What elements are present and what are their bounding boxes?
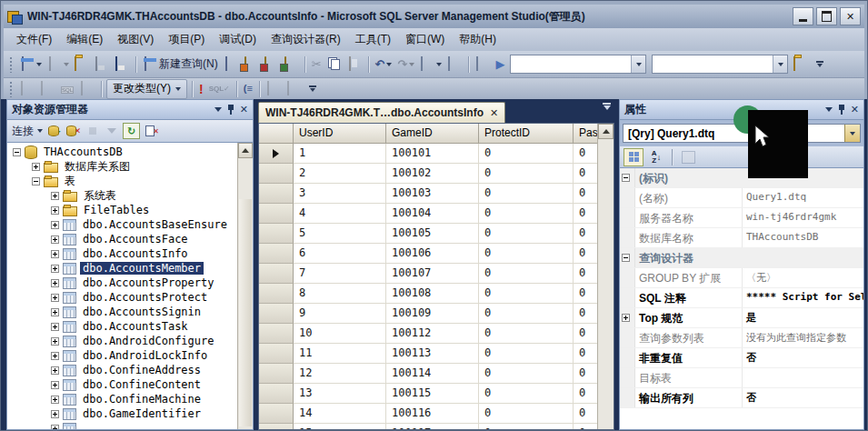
row-selector[interactable] xyxy=(259,324,294,344)
verify-sql-button[interactable]: SQL✓ xyxy=(207,79,232,99)
tree-item[interactable]: dbo.AndroidConfigure xyxy=(7,334,237,348)
grid-cell[interactable]: 0 xyxy=(574,164,597,184)
tree-expander-icon[interactable] xyxy=(51,323,59,331)
grid-cell[interactable]: 7 xyxy=(294,264,386,284)
row-selector[interactable] xyxy=(259,164,294,184)
property-category-row[interactable]: 查询设计器 xyxy=(620,248,863,268)
grid-cell[interactable]: 0 xyxy=(479,264,574,284)
menu-item[interactable]: 编辑(E) xyxy=(59,29,110,50)
tree-item[interactable]: 表 xyxy=(7,174,237,188)
tree-expander-icon[interactable] xyxy=(13,148,21,156)
grid-cell[interactable]: 0 xyxy=(574,264,597,284)
add-group-by-button[interactable] xyxy=(284,79,303,99)
property-row[interactable]: 数据库名称THAccountsDB xyxy=(620,228,863,248)
tree-item[interactable]: 系统表 xyxy=(7,188,237,203)
grid-cell[interactable]: 1 xyxy=(294,144,386,164)
grid-cell[interactable]: 0 xyxy=(574,284,597,304)
toolbar-combo-1[interactable] xyxy=(510,55,646,74)
tree-item[interactable]: FileTables xyxy=(7,203,237,217)
grid-cell[interactable]: 100117 xyxy=(386,424,479,429)
grid-cell[interactable]: 100115 xyxy=(386,384,479,404)
row-selector[interactable] xyxy=(259,244,294,264)
tree-item[interactable]: dbo.GameIdentifier xyxy=(7,406,237,421)
grid-cell[interactable]: 100113 xyxy=(386,344,479,364)
row-selector[interactable] xyxy=(259,204,294,224)
row-selector[interactable] xyxy=(259,424,294,429)
grid-cell[interactable]: 5 xyxy=(294,224,386,244)
document-tab[interactable]: WIN-TJ46RDR4GMK.T…dbo.AccountsInfo ✕ xyxy=(258,102,505,123)
open-folder-button[interactable] xyxy=(792,55,810,75)
window-layout2-button[interactable] xyxy=(445,55,464,75)
tree-expander-icon[interactable] xyxy=(51,337,59,346)
menu-item[interactable]: 文件(F) xyxy=(9,29,59,50)
property-row[interactable]: 非重复值否 xyxy=(620,348,863,368)
row-selector[interactable] xyxy=(259,404,294,424)
row-selector[interactable] xyxy=(259,264,294,284)
row-selector[interactable] xyxy=(259,284,294,304)
open-file-button[interactable] xyxy=(73,55,91,75)
tree-expander-icon[interactable] xyxy=(51,396,59,404)
auto-hide-pin-icon[interactable] xyxy=(838,105,845,115)
grid-cell[interactable]: 0 xyxy=(479,304,574,324)
tab-overflow-button[interactable] xyxy=(603,103,611,110)
toolbar-overflow-button[interactable] xyxy=(813,61,826,67)
grid-cell[interactable]: 14 xyxy=(294,404,386,424)
grid-cell[interactable]: 0 xyxy=(479,284,574,304)
tree-item[interactable]: dbo.AccountsBaseEnsure xyxy=(7,217,237,232)
grid-cell[interactable]: 0 xyxy=(479,244,574,264)
execute-button[interactable]: ! xyxy=(197,79,205,99)
grid-column-header[interactable]: Pass xyxy=(574,124,597,144)
property-category-row[interactable]: (标识) xyxy=(620,168,863,188)
tree-item[interactable]: dbo.ConfineMachine xyxy=(7,392,237,406)
connect-button[interactable]: 连接 xyxy=(12,124,43,139)
property-row[interactable]: 目标表 xyxy=(620,368,863,388)
row-selector[interactable] xyxy=(259,224,294,244)
toolbar-grip[interactable] xyxy=(9,81,14,97)
row-selector[interactable] xyxy=(259,304,294,324)
grid-cell[interactable]: 4 xyxy=(294,204,386,224)
grid-cell[interactable]: 0 xyxy=(479,164,574,184)
category-expander-icon[interactable] xyxy=(622,254,630,262)
close-panel-icon[interactable]: ✕ xyxy=(851,105,859,115)
window-position-icon[interactable] xyxy=(215,107,222,112)
grid-cell[interactable]: 6 xyxy=(294,244,386,264)
cut-button[interactable]: ✂ xyxy=(310,55,324,75)
filter-icon[interactable] xyxy=(104,124,119,138)
property-value[interactable]: 〈无〉 xyxy=(743,268,863,287)
tree-expander-icon[interactable] xyxy=(51,381,59,389)
tree-expander-icon[interactable] xyxy=(51,366,59,375)
tree-expander-icon[interactable] xyxy=(51,308,59,316)
grid-cell[interactable]: 100102 xyxy=(386,164,479,184)
stop-icon[interactable] xyxy=(85,124,100,138)
save-all-button[interactable] xyxy=(113,55,131,75)
alphabetical-sort-button[interactable]: AZ↓ xyxy=(647,149,665,165)
row-selector[interactable] xyxy=(259,384,294,404)
property-row[interactable]: 输出所有列否 xyxy=(620,388,863,408)
property-value[interactable]: ***** Script for Sele xyxy=(743,288,863,307)
grid-cell[interactable]: 15 xyxy=(294,424,386,429)
show-sql-pane-button[interactable]: SQL xyxy=(58,79,76,99)
grid-cell[interactable]: 0 xyxy=(479,184,574,204)
new-item-button[interactable] xyxy=(18,55,44,75)
property-row[interactable]: 查询参数列表没有为此查询指定参数 xyxy=(620,328,863,348)
property-row[interactable]: 服务器名称win-tj46rdr4gmk xyxy=(620,208,863,228)
tree-scrollbar[interactable] xyxy=(237,143,253,429)
grid-cell[interactable]: 0 xyxy=(574,184,597,204)
add-table-button[interactable] xyxy=(264,79,283,99)
grid-cell[interactable]: 100116 xyxy=(386,404,479,424)
grid-cell[interactable]: 0 xyxy=(574,204,597,224)
row-selector[interactable] xyxy=(259,364,294,384)
row-selector[interactable] xyxy=(259,144,294,164)
row-selector[interactable] xyxy=(259,344,294,364)
toolbar-overflow-button[interactable] xyxy=(306,85,319,92)
grid-column-header[interactable]: UserID xyxy=(294,124,386,144)
show-diagram-pane-button[interactable] xyxy=(18,79,36,99)
grid-cell[interactable]: 100109 xyxy=(386,304,479,324)
grid-cell[interactable]: 0 xyxy=(479,384,574,404)
grid-cell[interactable]: 0 xyxy=(479,144,574,164)
tree-expander-icon[interactable] xyxy=(51,250,59,258)
minimize-button[interactable] xyxy=(793,7,813,25)
tree-item[interactable]: dbo.AccountsMember xyxy=(7,261,237,276)
menu-item[interactable]: 视图(V) xyxy=(110,29,161,50)
tree-expander-icon[interactable] xyxy=(32,177,40,185)
